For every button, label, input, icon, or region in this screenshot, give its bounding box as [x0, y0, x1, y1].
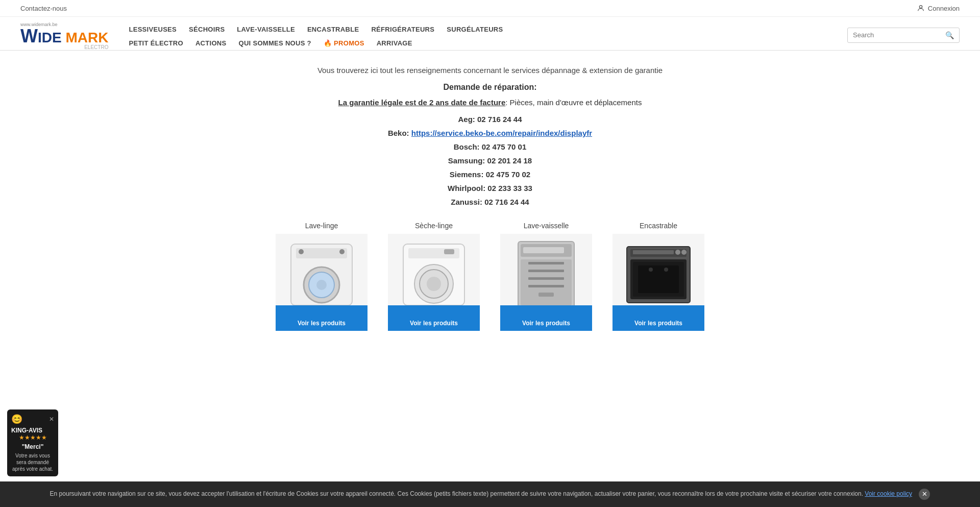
- logo[interactable]: www.widemark.be WIDE MARK ELECTRO: [20, 22, 108, 50]
- category-title-lave-vaisselle: Lave-vaisselle: [495, 222, 597, 230]
- svg-rect-13: [444, 249, 454, 254]
- guarantee-line: La garantie légale est de 2 ans date de …: [20, 98, 960, 107]
- search-box: 🔍: [847, 28, 960, 43]
- svg-rect-22: [538, 293, 554, 297]
- brand-siemens: Siemens: 02 475 70 02: [20, 170, 960, 179]
- blue-base-1: [276, 305, 368, 316]
- category-title-encastrable: Encastrable: [607, 222, 709, 230]
- nav-area: LESSIVEUSES SÉCHOIRS LAVE-VAISSELLE ENCA…: [129, 22, 960, 50]
- svg-rect-25: [633, 250, 674, 254]
- blue-base-3: [500, 305, 592, 316]
- logo-mark: MARK: [62, 30, 109, 45]
- svg-rect-17: [521, 259, 572, 305]
- brand-zanussi: Zanussi: 02 716 24 44: [20, 198, 960, 206]
- beko-link[interactable]: https://service.beko-be.com/repair/index…: [411, 129, 592, 137]
- header: www.widemark.be WIDE MARK ELECTRO LESSIV…: [0, 17, 980, 50]
- user-icon: [917, 4, 925, 12]
- login-button[interactable]: Connexion: [917, 4, 960, 12]
- nav-lave-vaisselle[interactable]: LAVE-VAISSELLE: [237, 26, 295, 33]
- svg-point-32: [664, 268, 668, 272]
- svg-rect-18: [528, 262, 564, 264]
- category-title-seche-linge: Sèche-linge: [383, 222, 485, 230]
- see-products-lave-vaisselle[interactable]: Voir les produits: [500, 316, 592, 331]
- logo-wide: W: [20, 26, 38, 46]
- repair-title: Demande de réparation:: [20, 83, 960, 92]
- svg-point-26: [675, 250, 680, 255]
- category-title-lave-linge: Lave-linge: [271, 222, 373, 230]
- svg-point-27: [681, 250, 687, 255]
- category-lave-linge[interactable]: Lave-linge Voir les produits: [271, 222, 373, 331]
- search-icon[interactable]: 🔍: [945, 31, 954, 39]
- svg-rect-16: [523, 247, 564, 253]
- svg-point-7: [339, 249, 345, 254]
- blue-base-4: [612, 305, 704, 316]
- see-products-lave-linge[interactable]: Voir les produits: [276, 316, 368, 331]
- seche-linge-svg: [398, 239, 470, 310]
- brand-bosch: Bosch: 02 475 70 01: [20, 142, 960, 151]
- category-encastrable[interactable]: Encastrable Voir les produits: [607, 222, 709, 331]
- lave-linge-svg: [286, 239, 357, 310]
- top-bar: Contactez-nous Connexion: [0, 0, 980, 17]
- category-seche-linge[interactable]: Sèche-linge Voir les produits: [383, 222, 485, 331]
- nav-encastrable[interactable]: ENCASTRABLE: [307, 26, 359, 33]
- main-content: Vous trouverez ici tout les renseignemen…: [0, 51, 980, 341]
- nav-row-1: LESSIVEUSES SÉCHOIRS LAVE-VAISSELLE ENCA…: [129, 22, 503, 36]
- svg-point-6: [299, 249, 304, 254]
- brand-whirlpool: Whirlpool: 02 233 33 33: [20, 184, 960, 192]
- nav-sechoirs[interactable]: SÉCHOIRS: [189, 26, 225, 33]
- search-area: 🔍: [847, 28, 960, 43]
- nav-surgelateurs[interactable]: SURGÉLATEURS: [447, 26, 503, 33]
- svg-rect-30: [638, 265, 679, 293]
- lave-vaisselle-svg: [510, 239, 582, 310]
- svg-point-12: [427, 277, 441, 291]
- svg-rect-21: [528, 285, 564, 287]
- contact-link[interactable]: Contactez-nous: [20, 5, 67, 12]
- logo-ide: IDE: [38, 30, 62, 45]
- nav-petit-electro[interactable]: PETIT ÉLECTRO: [129, 39, 183, 47]
- svg-rect-2: [296, 248, 347, 258]
- brand-beko: Beko: https://service.beko-be.com/repair…: [20, 129, 960, 137]
- brand-samsung: Samsung: 02 201 24 18: [20, 156, 960, 165]
- nav-promos[interactable]: 🔥 PROMOS: [324, 39, 364, 47]
- category-image-lave-vaisselle: [500, 234, 592, 316]
- encastrable-svg: [623, 239, 694, 310]
- svg-point-31: [649, 268, 653, 272]
- see-products-encastrable[interactable]: Voir les produits: [612, 316, 704, 331]
- category-image-encastrable: [612, 234, 704, 316]
- guarantee-underline: La garantie légale est de 2 ans date de …: [338, 98, 506, 107]
- svg-rect-20: [528, 277, 564, 280]
- nav-arrivage[interactable]: ARRIVAGE: [377, 39, 412, 47]
- categories: Lave-linge Voir les produits Sèche-linge: [20, 222, 960, 331]
- nav-refrigerateurs[interactable]: RÉFRIGÉRATEURS: [371, 26, 434, 33]
- category-image-lave-linge: [276, 234, 368, 316]
- blue-base-2: [388, 305, 480, 316]
- nav-qui-sommes-nous[interactable]: QUI SOMMES NOUS ?: [239, 39, 311, 47]
- search-input[interactable]: [853, 31, 945, 39]
- nav-row-2: PETIT ÉLECTRO ACTIONS QUI SOMMES NOUS ? …: [129, 36, 503, 50]
- svg-point-5: [316, 280, 327, 290]
- svg-rect-19: [528, 270, 564, 272]
- category-image-seche-linge: [388, 234, 480, 316]
- svg-point-0: [919, 6, 922, 8]
- intro-text: Vous trouverez ici tout les renseignemen…: [20, 66, 960, 75]
- nav-actions[interactable]: ACTIONS: [195, 39, 227, 47]
- nav-lessiveuses[interactable]: LESSIVEUSES: [129, 26, 177, 33]
- brand-aeg: Aeg: 02 716 24 44: [20, 115, 960, 124]
- category-lave-vaisselle[interactable]: Lave-vaisselle Voir les produits: [495, 222, 597, 331]
- see-products-seche-linge[interactable]: Voir les produits: [388, 316, 480, 331]
